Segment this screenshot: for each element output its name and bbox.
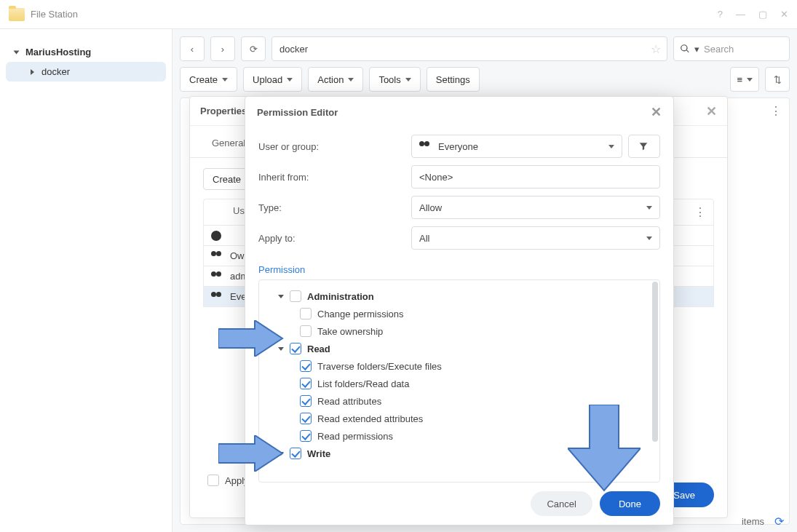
permission-item[interactable]: Traverse folders/Execute files <box>265 357 654 375</box>
arrow-annotation-icon <box>218 435 284 472</box>
group-icon <box>419 141 432 151</box>
checkbox-administration[interactable] <box>290 290 301 302</box>
svg-marker-2 <box>568 405 641 491</box>
arrow-annotation-icon <box>568 405 641 492</box>
caret-down-icon <box>14 50 20 54</box>
chevron-down-icon <box>646 206 652 210</box>
nav-forward-button[interactable]: › <box>210 36 235 61</box>
tree-item-label: docker <box>41 66 70 77</box>
group-icon <box>211 292 224 302</box>
star-icon[interactable]: ☆ <box>651 42 661 56</box>
arrow-annotation-icon <box>218 320 284 357</box>
overflow-icon[interactable]: ⋮ <box>770 104 782 118</box>
checkbox-list[interactable] <box>300 378 312 389</box>
create-button[interactable]: Create <box>180 67 237 92</box>
refresh-button[interactable]: ⟳ <box>241 36 266 61</box>
view-mode-button[interactable]: ≡ <box>730 67 759 92</box>
nav-back-button[interactable]: ‹ <box>180 36 205 61</box>
window-titlebar: File Station ? — ▢ ✕ <box>0 0 797 29</box>
action-button[interactable]: Action <box>308 67 363 92</box>
checkbox-traverse[interactable] <box>300 360 312 372</box>
folder-icon <box>9 8 25 21</box>
sort-button[interactable]: ⇅ <box>765 67 790 92</box>
search-placeholder: Search <box>704 44 734 55</box>
apply-to-select[interactable]: All <box>411 226 660 250</box>
chevron-down-icon <box>646 237 652 240</box>
permission-item[interactable]: Take ownership <box>265 322 654 340</box>
help-icon[interactable]: ? <box>718 9 723 20</box>
table-overflow-icon[interactable]: ⋮ <box>694 205 706 219</box>
group-icon <box>211 271 224 282</box>
minimize-icon[interactable]: — <box>736 9 745 20</box>
funnel-icon <box>638 141 649 151</box>
folder-tree-sidebar: MariusHosting docker <box>0 29 173 532</box>
type-select[interactable]: Allow <box>411 196 660 219</box>
search-icon <box>680 44 690 54</box>
permission-section-label: Permission <box>258 264 660 275</box>
chevron-down-icon <box>608 145 614 148</box>
permission-group-read[interactable]: Read <box>265 340 654 357</box>
checkbox-write[interactable] <box>290 448 301 459</box>
scrollbar[interactable] <box>652 282 658 442</box>
checkbox-read-attr[interactable] <box>300 395 312 407</box>
tree-item-docker[interactable]: docker <box>6 62 166 82</box>
tree-root[interactable]: MariusHosting <box>0 42 172 62</box>
path-value: docker <box>279 44 308 55</box>
properties-close-icon[interactable]: ✕ <box>706 103 717 119</box>
checkbox-change-permissions[interactable] <box>300 308 312 319</box>
caret-down-icon <box>278 295 284 298</box>
checkbox-read-ext-attr[interactable] <box>300 413 312 424</box>
tree-root-label: MariusHosting <box>25 47 91 57</box>
permission-editor-close-icon[interactable]: ✕ <box>651 104 662 120</box>
path-input[interactable]: docker ☆ <box>271 36 667 61</box>
user-group-label: User or group: <box>258 141 411 152</box>
apply-to-label: Apply to: <box>258 233 411 244</box>
user-group-select[interactable]: Everyone <box>411 135 622 158</box>
caret-right-icon <box>31 69 34 75</box>
search-input[interactable]: ▾ Search <box>673 36 790 61</box>
checkbox-take-ownership[interactable] <box>300 325 312 337</box>
properties-title: Properties <box>200 106 247 116</box>
type-label: Type: <box>258 202 411 213</box>
upload-button[interactable]: Upload <box>243 67 302 92</box>
checkbox-icon[interactable] <box>207 475 219 486</box>
status-bar: items ⟳ <box>742 510 784 532</box>
svg-marker-0 <box>218 320 282 357</box>
inherit-field[interactable]: <None> <box>411 165 660 188</box>
inherit-label: Inherit from: <box>258 172 411 183</box>
filter-button[interactable] <box>628 135 660 158</box>
items-label: items <box>742 516 764 527</box>
permission-item[interactable]: Change permissions <box>265 305 654 322</box>
permission-editor-done-button[interactable]: Done <box>600 491 660 516</box>
window-title: File Station <box>31 9 78 20</box>
close-icon[interactable]: ✕ <box>780 9 788 20</box>
permission-editor-cancel-button[interactable]: Cancel <box>531 491 592 516</box>
checkbox-read[interactable] <box>290 343 301 354</box>
permission-item[interactable]: List folders/Read data <box>265 375 654 392</box>
status-refresh-icon[interactable]: ⟳ <box>774 515 784 528</box>
permission-group-administration[interactable]: Administration <box>265 287 654 305</box>
permission-editor-title: Permission Editor <box>257 107 338 118</box>
svg-marker-1 <box>218 435 282 472</box>
checkbox-read-perms[interactable] <box>300 430 312 442</box>
user-icon <box>211 231 221 241</box>
settings-button[interactable]: Settings <box>427 67 480 92</box>
tools-button[interactable]: Tools <box>369 67 420 92</box>
group-icon <box>211 251 224 261</box>
maximize-icon[interactable]: ▢ <box>758 9 767 20</box>
